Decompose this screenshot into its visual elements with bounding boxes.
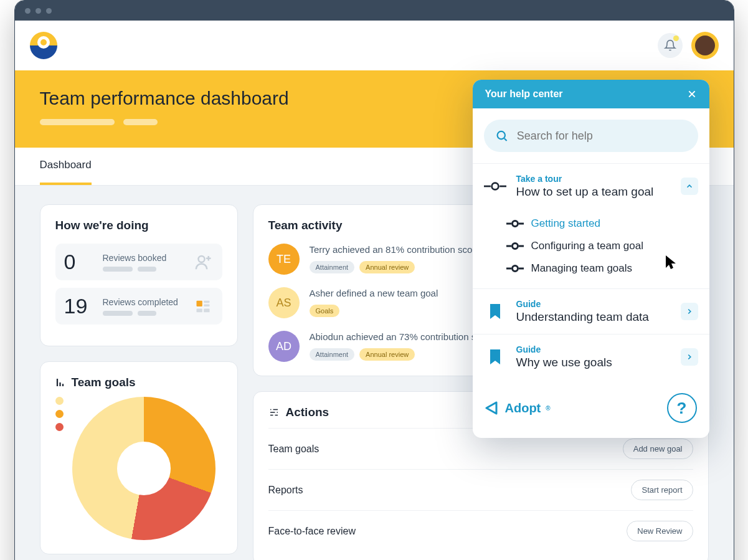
- avatar-initials: TE: [268, 244, 300, 275]
- svg-rect-1: [196, 300, 202, 306]
- stat-value: 19: [64, 294, 94, 318]
- card-heading: Actions: [286, 406, 329, 419]
- search-icon: [495, 128, 508, 143]
- help-button[interactable]: ?: [667, 393, 697, 423]
- action-name: Face-to-face review: [268, 526, 356, 537]
- collapse-toggle[interactable]: [681, 178, 698, 195]
- chevron-right-icon: [685, 353, 694, 361]
- help-item-title: Why we use goals: [516, 356, 671, 369]
- expand-toggle[interactable]: [681, 303, 698, 320]
- svg-point-6: [497, 131, 504, 139]
- bell-icon: [664, 39, 676, 52]
- window-dot: [25, 8, 31, 14]
- help-item-guide[interactable]: Guide Why we use goals: [473, 334, 709, 379]
- bookmark-icon: [488, 348, 503, 366]
- help-sub-item[interactable]: Managing team goals: [506, 257, 698, 280]
- tag-pill: Annual review: [359, 348, 415, 361]
- how-were-doing-card: How we're doing 0 Reviews booked 19 Revi…: [40, 204, 238, 346]
- stat-reviews-completed[interactable]: 19 Reviews completed: [55, 288, 222, 325]
- notification-dot-icon: [673, 36, 679, 41]
- adopt-brand: Adopt®: [485, 401, 551, 415]
- adopt-logo-icon: [485, 401, 500, 415]
- stat-label: Reviews completed: [103, 297, 184, 307]
- svg-point-9: [512, 244, 518, 249]
- stat-value: 0: [64, 250, 94, 274]
- tag-pill: Annual review: [359, 261, 415, 273]
- help-sub-label: Configuring a team goal: [531, 240, 644, 252]
- help-sub-item[interactable]: Getting started: [506, 212, 698, 235]
- tour-node-icon: [506, 264, 524, 273]
- stat-reviews-booked[interactable]: 0 Reviews booked: [55, 244, 222, 280]
- tour-node-icon: [506, 242, 524, 250]
- team-goals-card: Team goals: [40, 361, 238, 554]
- help-search-input[interactable]: [517, 130, 687, 143]
- svg-point-10: [512, 266, 518, 272]
- checklist-icon: [192, 296, 214, 317]
- help-sub-label: Getting started: [531, 217, 601, 230]
- help-tour-steps: Getting started Configuring a team goal …: [473, 209, 709, 288]
- top-bar: [15, 21, 734, 70]
- add-new-goal-button[interactable]: Add new goal: [623, 439, 693, 459]
- bookmark-icon: [488, 303, 503, 320]
- help-item-tour[interactable]: Take a tour How to set up a team goal: [473, 163, 709, 209]
- help-sub-label: Managing team goals: [531, 262, 633, 275]
- help-center-header: Your help center: [473, 80, 709, 108]
- window-titlebar: [15, 1, 734, 21]
- help-center-title: Your help center: [485, 88, 563, 100]
- help-search-box[interactable]: [484, 120, 698, 152]
- tag-pill: Goals: [310, 305, 340, 317]
- avatar-initials: AS: [268, 287, 300, 318]
- user-avatar[interactable]: [691, 32, 719, 59]
- svg-rect-2: [204, 300, 209, 303]
- chevron-up-icon: [685, 182, 694, 191]
- help-sub-item[interactable]: Configuring a team goal: [506, 235, 698, 257]
- app-logo[interactable]: [30, 32, 57, 59]
- card-heading: How we're doing: [55, 219, 222, 232]
- tab-dashboard[interactable]: Dashboard: [40, 148, 92, 185]
- tour-node-icon: [506, 219, 524, 228]
- legend-dot: [55, 397, 64, 405]
- add-user-icon: [192, 252, 214, 273]
- legend-dot: [55, 423, 64, 431]
- help-item-title: Understanding team data: [516, 310, 671, 324]
- help-eyebrow: Guide: [516, 344, 671, 354]
- stat-label: Reviews booked: [103, 253, 184, 263]
- donut-chart: [72, 397, 215, 540]
- tag-pill: Attainment: [310, 348, 355, 361]
- help-eyebrow: Take a tour: [516, 174, 671, 184]
- help-center-panel: Your help center Take a tour How to set …: [473, 80, 709, 438]
- action-name: Reports: [268, 485, 303, 496]
- chart-legend: [55, 397, 64, 431]
- svg-rect-4: [196, 308, 202, 312]
- help-item-title: How to set up a team goal: [516, 185, 671, 199]
- adopt-brand-text: Adopt: [505, 401, 541, 415]
- list-settings-icon: [268, 407, 280, 418]
- chevron-right-icon: [685, 307, 694, 316]
- action-row: Reports Start report: [268, 469, 693, 510]
- tour-node-icon: [484, 181, 506, 192]
- card-heading: Team goals: [72, 376, 136, 389]
- help-item-guide[interactable]: Guide Understanding team data: [473, 288, 709, 334]
- window-dot: [46, 8, 52, 14]
- start-report-button[interactable]: Start report: [631, 480, 693, 500]
- avatar-initials: AD: [268, 331, 300, 362]
- svg-point-7: [491, 183, 498, 190]
- bar-chart-icon: [55, 377, 67, 388]
- svg-point-0: [198, 256, 204, 262]
- svg-rect-3: [204, 304, 209, 306]
- help-search-wrap: [473, 108, 709, 163]
- legend-dot: [55, 410, 64, 418]
- help-footer: Adopt® ?: [473, 379, 709, 438]
- tag-pill: Attainment: [310, 261, 355, 273]
- svg-rect-5: [204, 308, 209, 312]
- new-review-button[interactable]: New Review: [627, 521, 693, 541]
- close-icon[interactable]: [687, 89, 697, 99]
- notifications-button[interactable]: [658, 33, 683, 58]
- window-dot: [36, 8, 41, 14]
- svg-point-8: [512, 221, 518, 227]
- action-row: Face-to-face review New Review: [268, 510, 693, 551]
- expand-toggle[interactable]: [681, 348, 698, 366]
- help-eyebrow: Guide: [516, 299, 671, 309]
- action-name: Team goals: [268, 444, 320, 455]
